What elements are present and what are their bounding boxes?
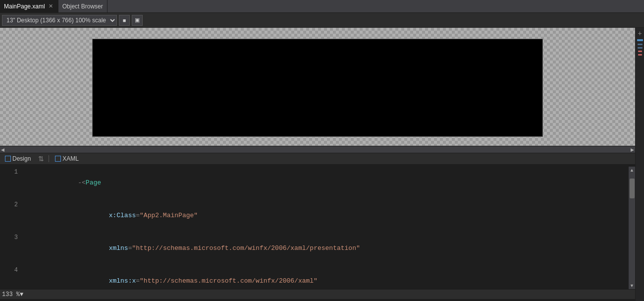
design-preview[interactable] [0, 28, 635, 146]
view-separator [49, 155, 49, 162]
v-scroll-down-btn[interactable]: ▼ [629, 282, 636, 289]
xml-value: "http://schemas.microsoft.com/winfx/2006… [132, 244, 360, 252]
swap-icon: ⇅ [38, 155, 44, 163]
design-view-icon [5, 156, 11, 162]
minimap-bar-3 [638, 47, 643, 49]
line-content: xmlns:x="http://schemas.microsoft.com/wi… [24, 265, 626, 289]
xml-attr: xmlns [109, 244, 128, 252]
tab-objectbrowser[interactable]: Object Browser [58, 0, 107, 12]
minimap-bar-2 [638, 44, 643, 45]
xml-attr: x:Class [109, 212, 136, 219]
v-scroll-up-arrow: ▲ [630, 168, 634, 173]
xml-bracket: = [136, 277, 140, 285]
tab-bar: MainPage.xaml ✕ Object Browser [0, 0, 644, 13]
xaml-editor[interactable]: 1 -<Page 2 x:Class="App2.MainPage" [0, 165, 635, 301]
minimap-bar-4 [638, 51, 642, 52]
xml-tag: Page [86, 179, 101, 186]
table-row: 4 xmlns:x="http://schemas.microsoft.com/… [0, 265, 628, 289]
tab-bar-rest [107, 0, 644, 12]
table-row: 3 xmlns="http://schemas.microsoft.com/wi… [0, 232, 628, 265]
main-area: ◀ ▶ Design ⇅ XAML [0, 28, 644, 301]
line-number: 1 [2, 167, 18, 178]
line-content: xmlns="http://schemas.microsoft.com/winf… [24, 232, 626, 265]
xaml-view-label: XAML [62, 155, 79, 162]
collapse-icon[interactable]: - [78, 179, 82, 186]
line-content: x:Class="App2.MainPage" [24, 199, 626, 232]
h-scrollbar[interactable]: ◀ ▶ [0, 146, 635, 153]
right-icons-panel: + [635, 28, 644, 301]
view-mode-icon-1: ■ [123, 17, 126, 23]
tab-mainpage-label: MainPage.xaml [4, 3, 45, 10]
tab-objectbrowser-label: Object Browser [62, 3, 103, 10]
minimap-bar-5 [638, 54, 642, 56]
line-number: 3 [2, 232, 18, 243]
xaml-view-btn[interactable]: XAML [52, 154, 82, 163]
line-number: 2 [2, 199, 18, 210]
zoom-label: 133 % [2, 289, 20, 300]
view-mode-btn-1[interactable]: ■ [119, 15, 130, 26]
xml-value: "App2.MainPage" [140, 212, 198, 219]
minimap-plus-icon[interactable]: + [638, 30, 642, 37]
swap-view-btn[interactable]: ⇅ [37, 154, 46, 163]
phone-frame [92, 39, 543, 137]
xaml-view-icon [55, 156, 61, 162]
tab-mainpage[interactable]: MainPage.xaml ✕ [0, 0, 58, 12]
xml-bracket: < [82, 179, 86, 186]
xaml-v-scrollbar[interactable]: ▲ ▼ [628, 167, 635, 289]
line-content: -<Page [24, 167, 626, 199]
xml-bracket: = [136, 212, 140, 219]
v-scroll-up-btn[interactable]: ▲ [629, 167, 636, 174]
view-mode-icon-2: ▣ [135, 17, 140, 23]
canvas-area: ◀ ▶ Design ⇅ XAML [0, 28, 635, 301]
h-scroll-track[interactable] [4, 148, 631, 152]
view-switch-bar: Design ⇅ XAML [0, 153, 635, 165]
device-select[interactable]: 13" Desktop (1366 x 766) 100% scale [2, 15, 117, 26]
h-scroll-left-arrow[interactable]: ◀ [1, 147, 4, 152]
view-mode-btn-2[interactable]: ▣ [132, 15, 143, 26]
xaml-lines-container: 1 -<Page 2 x:Class="App2.MainPage" [0, 167, 628, 289]
design-view-label: Design [12, 155, 31, 162]
tab-mainpage-close[interactable]: ✕ [48, 2, 54, 10]
xml-value: "http://schemas.microsoft.com/winfx/2006… [140, 277, 318, 285]
line-number: 4 [2, 265, 18, 276]
minimap-bar-1 [637, 39, 643, 41]
toolbar: 13" Desktop (1366 x 766) 100% scale ■ ▣ [0, 13, 644, 28]
table-row: 1 -<Page [0, 167, 628, 199]
zoom-arrow[interactable]: ▼ [20, 289, 23, 300]
v-scroll-track[interactable] [629, 174, 636, 282]
xaml-content-area: 1 -<Page 2 x:Class="App2.MainPage" [0, 167, 635, 289]
v-scroll-down-arrow: ▼ [630, 283, 634, 288]
xaml-bottom-bar: 133 % ▼ [0, 289, 635, 299]
v-scroll-thumb [630, 179, 635, 198]
xml-attr: xmlns:x [109, 277, 136, 285]
h-scroll-right-arrow[interactable]: ▶ [631, 147, 634, 152]
table-row: 2 x:Class="App2.MainPage" [0, 199, 628, 232]
design-view-btn[interactable]: Design [2, 154, 34, 163]
